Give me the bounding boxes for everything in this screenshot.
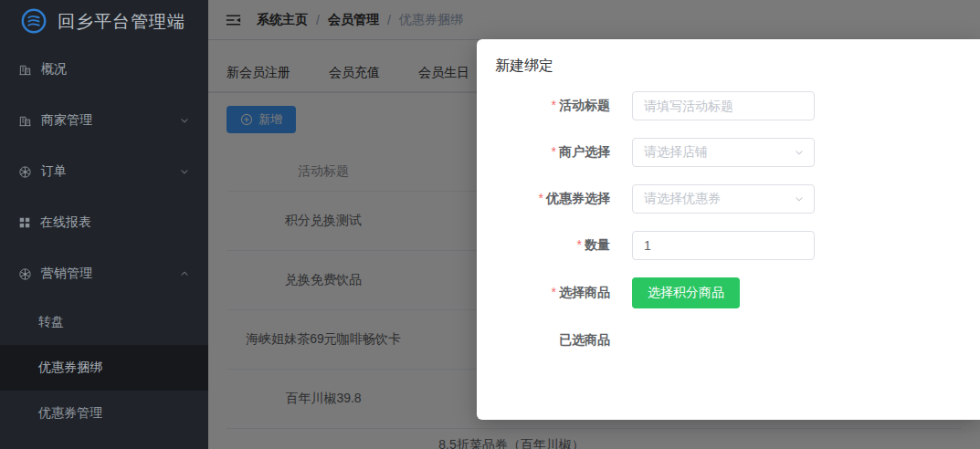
select-placeholder: 请选择店铺 xyxy=(644,144,708,161)
field-label: 已选商品 xyxy=(495,332,610,349)
building-icon xyxy=(18,114,32,128)
form-row-选择商品: *选择商品选择积分商品 xyxy=(495,277,962,308)
building-icon xyxy=(18,63,32,77)
form-row-活动标题: *活动标题 xyxy=(495,91,962,120)
form-row-商户选择: *商户选择请选择店铺 xyxy=(495,138,962,167)
select-placeholder: 请选择优惠券 xyxy=(644,191,721,207)
商户选择-select[interactable]: 请选择店铺 xyxy=(632,138,815,167)
app-title: 回乡平台管理端 xyxy=(58,10,185,34)
sidebar-item-营销管理[interactable]: 营销管理 xyxy=(0,248,208,299)
field-label-text: 数量 xyxy=(585,237,610,252)
field-label-text: 优惠券选择 xyxy=(546,191,610,205)
sidebar-item-label: 概况 xyxy=(41,61,67,78)
required-asterisk: * xyxy=(552,285,556,299)
select-points-product-button[interactable]: 选择积分商品 xyxy=(632,277,740,308)
field-label: *活动标题 xyxy=(495,98,610,114)
chevron-down-icon xyxy=(794,193,805,204)
field-label: *选择商品 xyxy=(495,285,610,301)
field-label-text: 商户选择 xyxy=(559,144,610,159)
field-label-text: 活动标题 xyxy=(559,98,610,112)
logo-icon xyxy=(20,7,47,37)
dialog-title: 新建绑定 xyxy=(495,56,962,76)
required-asterisk: * xyxy=(552,98,556,112)
活动标题-input[interactable] xyxy=(632,91,815,120)
form-row-数量: *数量 xyxy=(495,231,962,260)
field-label: *优惠券选择 xyxy=(495,191,610,207)
sidebar-item-概况[interactable]: 概况 xyxy=(0,44,208,95)
new-binding-dialog: 新建绑定 *活动标题*商户选择请选择店铺*优惠券选择请选择优惠券*数量*选择商品… xyxy=(477,39,980,420)
sidebar-item-订单[interactable]: 订单 xyxy=(0,146,208,197)
dialog-form: *活动标题*商户选择请选择店铺*优惠券选择请选择优惠券*数量*选择商品选择积分商… xyxy=(495,91,962,355)
sidebar-subitem-label: 优惠券捆绑 xyxy=(38,360,102,376)
sidebar-subitem-优惠券管理[interactable]: 优惠券管理 xyxy=(0,391,208,436)
field-label-text: 已选商品 xyxy=(559,332,610,347)
sidebar-item-label: 营销管理 xyxy=(41,266,92,282)
chevron-up-icon xyxy=(179,268,190,279)
sidebar: 回乡平台管理端 概况商家管理订单在线报表营销管理转盘优惠券捆绑优惠券管理 xyxy=(0,0,208,449)
wheel-icon xyxy=(18,267,32,281)
required-asterisk: * xyxy=(577,237,582,252)
form-row-优惠券选择: *优惠券选择请选择优惠券 xyxy=(495,184,962,214)
required-asterisk: * xyxy=(552,144,556,159)
优惠券选择-select[interactable]: 请选择优惠券 xyxy=(632,184,815,214)
sidebar-item-label: 在线报表 xyxy=(40,214,91,231)
form-row-已选商品: 已选商品 xyxy=(495,326,962,355)
app-logo: 回乡平台管理端 xyxy=(0,0,208,44)
chevron-down-icon xyxy=(179,166,190,177)
数量-input[interactable] xyxy=(632,231,815,260)
wheel-icon xyxy=(18,165,32,179)
sidebar-item-商家管理[interactable]: 商家管理 xyxy=(0,95,208,146)
required-asterisk: * xyxy=(539,191,543,205)
sidebar-subitem-label: 优惠券管理 xyxy=(38,405,102,422)
field-label-text: 选择商品 xyxy=(559,285,610,299)
chevron-down-icon xyxy=(179,115,190,126)
sidebar-item-label: 商家管理 xyxy=(41,112,92,129)
sidebar-item-label: 订单 xyxy=(41,163,67,180)
sidebar-subitem-优惠券捆绑[interactable]: 优惠券捆绑 xyxy=(0,345,208,391)
sidebar-subitem-转盘[interactable]: 转盘 xyxy=(0,299,208,345)
sidebar-item-在线报表[interactable]: 在线报表 xyxy=(0,197,208,248)
field-label: *商户选择 xyxy=(495,144,610,161)
field-label: *数量 xyxy=(495,237,610,254)
sidebar-subitem-label: 转盘 xyxy=(38,314,64,330)
sidebar-menu: 概况商家管理订单在线报表营销管理转盘优惠券捆绑优惠券管理 xyxy=(0,44,208,436)
chevron-down-icon xyxy=(794,147,805,158)
grid-icon xyxy=(18,216,31,229)
